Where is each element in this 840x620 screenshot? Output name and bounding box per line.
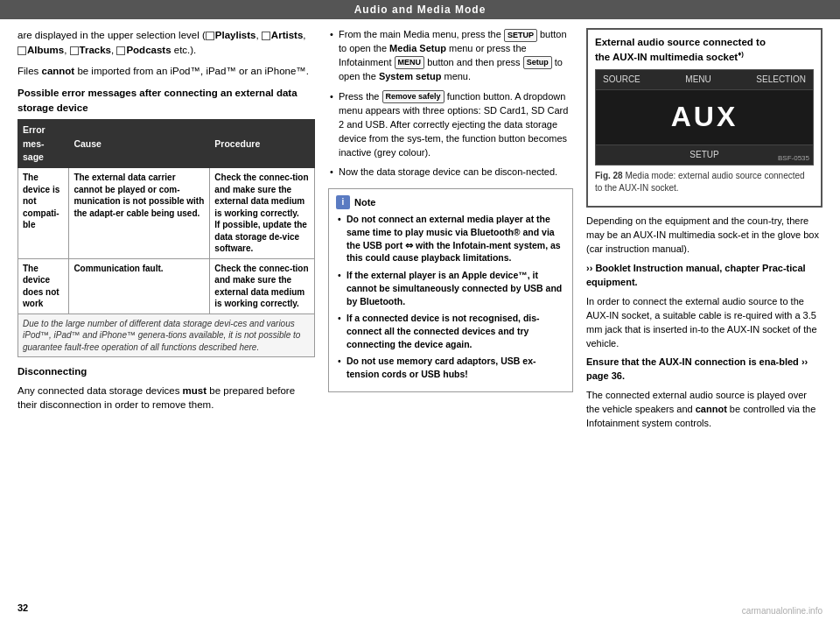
table-cell-procedure-2: Check the connec-tion and make sure the … [210, 258, 315, 314]
aux-main-text: AUX [671, 97, 738, 137]
checkbox-albums [18, 46, 26, 55]
table-header-procedure: Procedure [210, 120, 315, 168]
table-row: The device isnot compati-ble The externa… [18, 168, 315, 259]
note-item-3: If a connected device is not recognised,… [336, 312, 565, 350]
header-title: Audio and Media Mode [354, 4, 486, 16]
table-header-error: Error mes-sage [18, 120, 69, 168]
arrow-icon-2 [802, 356, 808, 367]
aux-selection-label: SELECTION [756, 74, 806, 86]
arrow-icon [586, 263, 595, 273]
note-icon: i [336, 195, 350, 209]
files-text: Files cannot be imported from an iPod™, … [18, 64, 315, 79]
aux-center: AUX [596, 90, 813, 143]
note-label: Note [354, 196, 375, 209]
right-para-2: Booklet Instruction manual, chapter Prac… [586, 262, 822, 290]
menu-badge: MENU [395, 56, 425, 69]
content-area: are displayed in the upper selection lev… [0, 19, 840, 616]
table-row: The devicedoes not work Communication fa… [18, 258, 315, 314]
table-cell-error-1: The device isnot compati-ble [18, 168, 69, 259]
watermark: carmanualonline.info [742, 606, 822, 616]
bsf-label: BSF-0535 [778, 153, 809, 163]
aux-menu-label: MENU [685, 74, 710, 86]
aux-setup-label: SETUP [690, 149, 718, 161]
checkbox-tracks [70, 46, 79, 55]
disconnecting-text: Any connected data storage devices must … [18, 384, 315, 412]
fig-number: Fig. 28 [595, 171, 623, 180]
aux-top-bar: SOURCE MENU SELECTION [596, 70, 813, 90]
right-column: External audio source connected tothe AU… [586, 28, 822, 608]
aux-box: External audio source connected tothe AU… [586, 28, 822, 208]
table-footnote: Due to the large number of different dat… [18, 314, 315, 357]
checkbox-artists [262, 32, 270, 40]
note-item-1: Do not connect an external media player … [336, 213, 565, 264]
aux-source-label: SOURCE [603, 74, 640, 86]
intro-text: are displayed in the upper selection lev… [18, 28, 315, 57]
remove-safely-badge: Remove safely [382, 90, 444, 103]
bullet-3: Now the data storage device can be disco… [328, 166, 573, 180]
table-cell-cause-1: The external data carrier cannot be play… [69, 168, 210, 259]
note-item-2: If the external player is an Apple devic… [336, 269, 565, 307]
aux-screen: SOURCE MENU SELECTION AUX SETUP BSF-0535 [595, 69, 814, 166]
header-bar: Audio and Media Mode [0, 0, 840, 19]
table-cell-error-2: The devicedoes not work [18, 258, 69, 314]
page-number: 32 [18, 602, 28, 613]
right-para-3: In order to connect the external audio s… [586, 295, 822, 351]
setup-badge: SETUP [504, 29, 537, 42]
fig-caption: Fig. 28 Media mode: external audio sourc… [595, 170, 814, 194]
section-heading: Possible error messages after connecting… [18, 86, 315, 115]
table-footnote-row: Due to the large number of different dat… [18, 314, 315, 357]
bullet-2: Press the Remove safely function button.… [328, 90, 573, 160]
disconnecting-heading: Disconnecting [18, 364, 315, 379]
middle-column: From the main Media menu, press the SETU… [328, 28, 573, 608]
error-table: Error mes-sage Cause Procedure The devic… [18, 119, 315, 357]
note-box: i Note Do not connect an external media … [328, 188, 573, 391]
aux-box-title: External audio source connected tothe AU… [595, 35, 814, 64]
table-cell-procedure-1: Check the connec-tion and make sure the … [210, 168, 315, 259]
right-para-1: Depending on the equipment and the coun-… [586, 215, 822, 257]
left-column: are displayed in the upper selection lev… [18, 28, 315, 608]
page: Audio and Media Mode are displayed in th… [0, 0, 840, 620]
table-header-cause: Cause [69, 120, 210, 168]
right-para-4: Ensure that the AUX-IN connection is ena… [586, 356, 822, 384]
table-cell-cause-2: Communication fault. [69, 258, 210, 314]
checkbox-playlists [206, 32, 214, 40]
checkbox-podcasts [116, 46, 125, 55]
setup2-badge: Setup [523, 56, 552, 69]
fig-caption-text: Media mode: external audio source connec… [595, 171, 805, 193]
right-para-5: The connected external audio source is p… [586, 389, 822, 431]
bullet-1: From the main Media menu, press the SETU… [328, 28, 573, 84]
note-item-4: Do not use memory card adaptors, USB ex-… [336, 355, 565, 380]
note-header: i Note [336, 195, 565, 209]
